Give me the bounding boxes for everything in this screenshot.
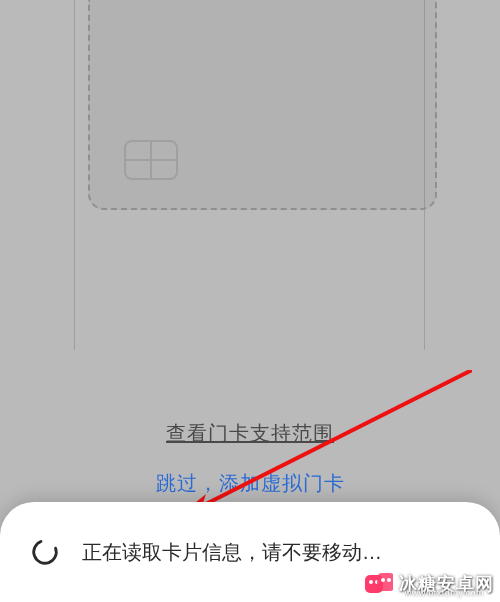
support-range-link[interactable]: 查看门卡支持范围 [0,420,500,447]
spinner-icon [30,537,60,567]
skip-add-virtual-card-link[interactable]: 跳过，添加虚拟门卡 [0,470,500,497]
watermark-url: www.btxtdmy.com [405,588,484,598]
loading-status-text: 正在读取卡片信息，请不要移动… [82,539,382,566]
phone-edge-left [74,0,75,350]
watermark-logo-icon [365,573,393,595]
svg-point-2 [31,538,60,567]
screen: 查看门卡支持范围 跳过，添加虚拟门卡 正在读取卡片信息，请不要移动… 冰糖安卓网… [0,0,500,602]
svg-point-7 [381,578,385,582]
card-placeholder [88,0,437,210]
svg-rect-6 [377,573,393,591]
svg-point-4 [369,580,373,584]
watermark: 冰糖安卓网 www.btxtdmy.com [365,572,494,596]
svg-point-8 [387,578,391,582]
card-chip-icon [124,140,178,180]
